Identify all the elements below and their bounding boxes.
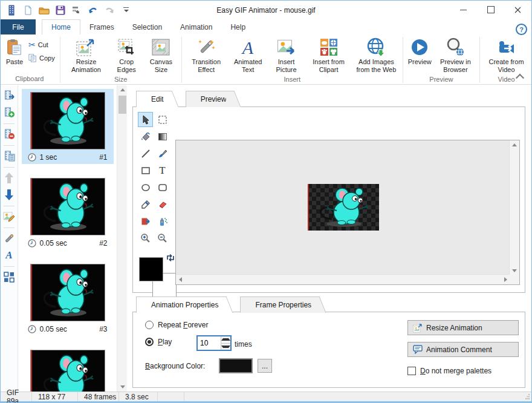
scroll-down-arrow[interactable]	[117, 382, 128, 392]
frame-text-button[interactable]: A	[2, 249, 16, 262]
new-document-button[interactable]	[22, 4, 34, 16]
canvas-horizontal-scrollbar[interactable]	[176, 274, 510, 284]
scroll-up-arrow[interactable]	[117, 85, 128, 94]
duplicate-frame-button[interactable]	[2, 149, 16, 163]
maximize-button[interactable]	[477, 1, 504, 19]
spinner-up-button[interactable]	[221, 336, 230, 343]
play-radio[interactable]: Play	[145, 338, 172, 346]
scrollbar-thumb[interactable]	[118, 96, 126, 114]
foreground-color-swatch[interactable]	[139, 257, 163, 281]
scroll-down-arrow[interactable]	[510, 266, 519, 275]
scroll-right-arrow[interactable]	[501, 275, 510, 284]
save-file-button[interactable]	[54, 4, 66, 16]
crop-edges-button[interactable]: Crop Edges	[109, 36, 143, 75]
add-images-from-web-button[interactable]: Add Images from the Web	[352, 36, 400, 75]
text-tool[interactable]: T	[155, 163, 170, 178]
gif-image[interactable]	[308, 184, 379, 231]
play-times-spinner[interactable]	[196, 335, 232, 351]
rectangle-tool[interactable]	[138, 163, 153, 178]
add-frame-button[interactable]	[2, 106, 16, 119]
transition-effect-button[interactable]: Transition Effect	[184, 36, 229, 75]
resize-animation-button[interactable]: Resize Animation	[63, 36, 110, 75]
ellipse-tool[interactable]	[138, 180, 153, 195]
select-tool[interactable]	[138, 112, 153, 127]
move-frame-down-button[interactable]	[2, 188, 16, 202]
rounded-rectangle-tool[interactable]	[155, 180, 170, 195]
tab-frame-properties[interactable]: Frame Properties	[240, 297, 317, 313]
tab-selection[interactable]: Selection	[123, 19, 171, 34]
tab-file[interactable]: File	[1, 19, 36, 34]
extract-frames-button-rail[interactable]	[2, 89, 16, 102]
brush-tool[interactable]	[155, 146, 170, 161]
tab-animation[interactable]: Animation	[171, 19, 221, 34]
spray-tool[interactable]	[155, 214, 170, 229]
checkbox-box[interactable]	[407, 367, 416, 375]
spinner-down-button[interactable]	[221, 343, 230, 350]
resize-grip[interactable]	[524, 393, 530, 399]
repeat-forever-radio[interactable]: Repeat Forever	[145, 321, 208, 329]
canvas-size-button[interactable]: Canvas Size	[143, 36, 179, 75]
frame-item-4[interactable]: 0.05 sec #4	[22, 347, 114, 392]
minimize-button[interactable]	[450, 1, 477, 19]
scroll-left-arrow[interactable]	[176, 275, 184, 284]
preview-button[interactable]: Preview	[406, 36, 434, 67]
ribbon-group-clipboard: Paste ✂ Cut Copy Clipboard	[1, 36, 59, 84]
work-area: Edit Preview	[127, 85, 531, 392]
tab-edit[interactable]: Edit	[136, 91, 170, 107]
tab-help[interactable]: Help	[221, 19, 255, 34]
collapse-ribbon-button[interactable]	[514, 72, 525, 80]
background-color-browse-button[interactable]: ...	[258, 359, 272, 373]
resize-animation-panel-button[interactable]: Resize Animation	[407, 320, 519, 335]
tab-animation-properties[interactable]: Animation Properties	[136, 297, 224, 313]
do-not-merge-palettes-checkbox[interactable]: Do not merge palettes	[407, 367, 491, 375]
frame-item-1[interactable]: 1 sec #1	[22, 89, 114, 164]
move-frame-up-button[interactable]	[2, 171, 16, 185]
preview-in-browser-button[interactable]: Preview in Browser	[434, 36, 477, 75]
globe-download-icon	[366, 37, 386, 57]
insert-from-clipart-button[interactable]: Insert from Clipart	[305, 36, 352, 75]
frame-item-2[interactable]: 0.05 sec #2	[22, 175, 114, 250]
paste-button[interactable]: Paste	[2, 36, 27, 67]
eraser-tool[interactable]	[155, 197, 170, 212]
animation-comment-button[interactable]: Animation Comment	[407, 342, 519, 357]
marquee-select-tool[interactable]	[155, 112, 170, 127]
create-from-video-button[interactable]: Create from Video	[482, 36, 530, 75]
delete-frame-button[interactable]	[2, 128, 16, 141]
insert-picture-button[interactable]: Insert Picture	[268, 36, 305, 75]
canvas-viewport[interactable]	[175, 140, 520, 285]
times-label: times	[235, 340, 252, 349]
copy-button[interactable]: Copy	[28, 54, 55, 62]
play-times-input[interactable]	[198, 336, 221, 350]
tab-home[interactable]: Home	[42, 19, 80, 34]
color-picker-tool[interactable]	[138, 197, 153, 212]
help-icon[interactable]: ?	[516, 24, 527, 35]
swap-colors-icon[interactable]	[166, 254, 175, 262]
zoom-in-tool[interactable]	[138, 231, 153, 246]
close-button[interactable]	[504, 1, 531, 19]
extract-frames-button[interactable]	[71, 4, 83, 16]
tab-preview[interactable]: Preview	[186, 91, 233, 107]
line-tool[interactable]	[138, 146, 153, 161]
frame-list-scrollbar[interactable]	[117, 85, 128, 392]
replace-color-tool[interactable]	[138, 214, 153, 229]
radio-circle[interactable]	[145, 321, 154, 329]
undo-button[interactable]	[87, 4, 99, 16]
cut-button[interactable]: ✂ Cut	[28, 40, 55, 50]
frame-item-3[interactable]: 0.05 sec #3	[22, 261, 114, 336]
canvas-vertical-scrollbar[interactable]	[509, 140, 519, 275]
background-color-value-swatch[interactable]	[219, 358, 253, 373]
edit-frame-image-button[interactable]	[2, 210, 16, 223]
animated-text-button[interactable]: A Animated Text	[229, 36, 268, 75]
redo-button[interactable]	[103, 4, 115, 16]
clock-icon	[28, 239, 36, 247]
tab-frames[interactable]: Frames	[80, 19, 123, 34]
open-file-button[interactable]	[38, 4, 50, 16]
fill-tool[interactable]	[138, 129, 153, 144]
scroll-up-arrow[interactable]	[510, 140, 519, 149]
radio-circle[interactable]	[145, 338, 154, 346]
gradient-tool[interactable]	[155, 129, 170, 144]
frame-effects-wand-button[interactable]	[2, 232, 16, 245]
customize-quick-access-button[interactable]	[120, 4, 132, 16]
manage-frames-grid-button[interactable]	[2, 270, 16, 284]
zoom-out-tool[interactable]	[155, 231, 170, 246]
